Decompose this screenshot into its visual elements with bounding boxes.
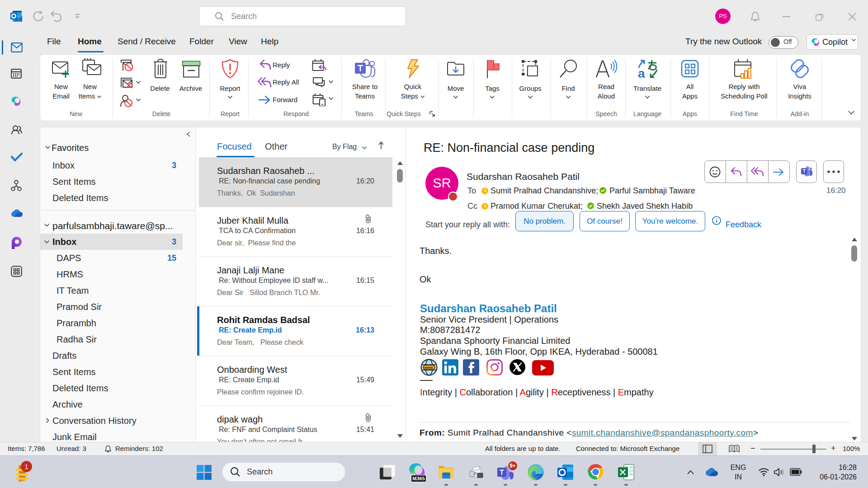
svg-text:www: www (424, 366, 433, 370)
svg-text:a: a (638, 66, 645, 79)
